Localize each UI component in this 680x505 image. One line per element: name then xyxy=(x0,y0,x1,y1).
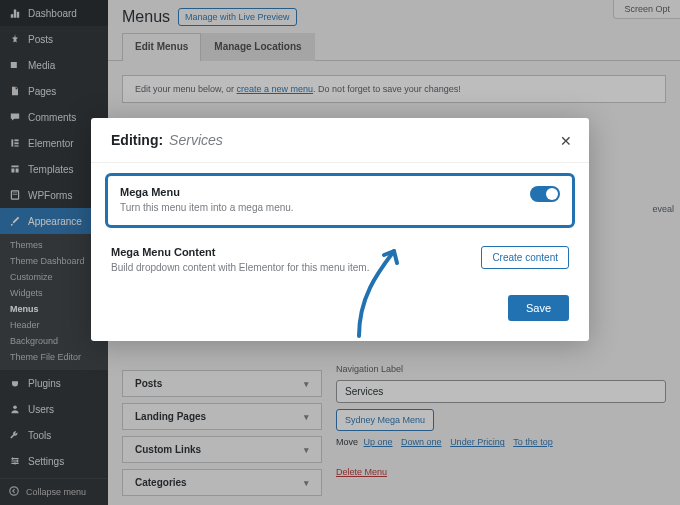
modal-title-prefix: Editing: xyxy=(111,132,163,148)
save-button[interactable]: Save xyxy=(508,295,569,321)
mega-content-desc: Build dropdown content with Elementor fo… xyxy=(111,261,465,275)
create-content-button[interactable]: Create content xyxy=(481,246,569,269)
mega-menu-modal: Editing: Services ✕ Mega Menu Turn this … xyxy=(91,118,589,341)
close-icon[interactable]: ✕ xyxy=(557,132,575,150)
mega-menu-content-row: Mega Menu Content Build dropdown content… xyxy=(111,246,569,275)
modal-backdrop: Editing: Services ✕ Mega Menu Turn this … xyxy=(0,0,680,505)
mega-menu-toggle[interactable] xyxy=(530,186,560,202)
modal-title-subject: Services xyxy=(169,132,223,148)
mega-menu-toggle-row: Mega Menu Turn this menu item into a meg… xyxy=(105,173,575,228)
mega-menu-title: Mega Menu xyxy=(120,186,514,198)
mega-content-title: Mega Menu Content xyxy=(111,246,465,258)
modal-header: Editing: Services xyxy=(91,118,589,163)
mega-menu-desc: Turn this menu item into a mega menu. xyxy=(120,201,514,215)
